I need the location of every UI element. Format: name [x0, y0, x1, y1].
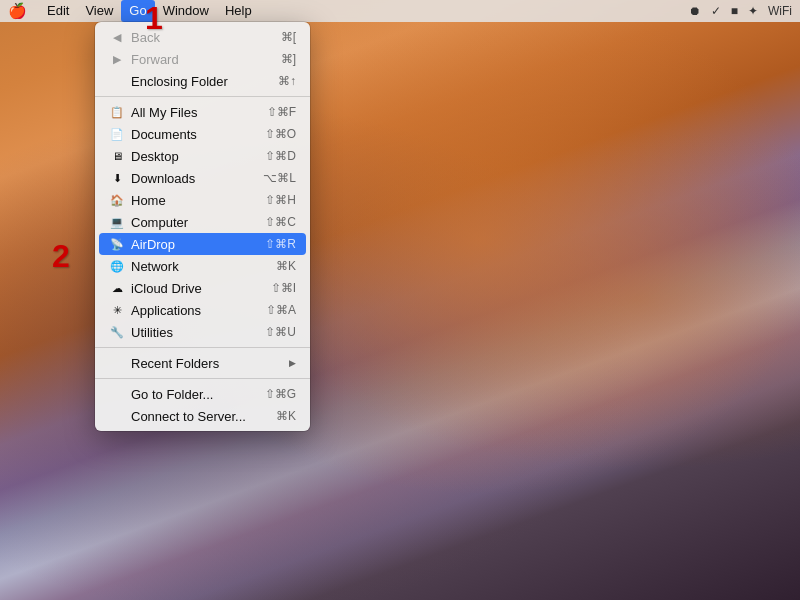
network-icon: 🌐: [109, 258, 125, 274]
record-icon: ⏺: [689, 4, 701, 18]
connect-server-shortcut: ⌘K: [276, 409, 296, 423]
airdrop-shortcut: ⇧⌘R: [265, 237, 296, 251]
annotation-1: 1: [145, 0, 163, 37]
menu-item-forward[interactable]: ▶ Forward ⌘]: [95, 48, 310, 70]
all-my-files-label: All My Files: [131, 105, 267, 120]
menu-item-icloud[interactable]: ☁ iCloud Drive ⇧⌘I: [95, 277, 310, 299]
menu-item-enclosing[interactable]: Enclosing Folder ⌘↑: [95, 70, 310, 92]
menu-item-home[interactable]: 🏠 Home ⇧⌘H: [95, 189, 310, 211]
menu-item-all-my-files[interactable]: 📋 All My Files ⇧⌘F: [95, 101, 310, 123]
desktop-label: Desktop: [131, 149, 265, 164]
menu-edit[interactable]: Edit: [39, 0, 77, 22]
utilities-shortcut: ⇧⌘U: [265, 325, 296, 339]
menu-item-utilities[interactable]: 🔧 Utilities ⇧⌘U: [95, 321, 310, 343]
menu-window[interactable]: Window: [155, 0, 217, 22]
menu-item-network[interactable]: 🌐 Network ⌘K: [95, 255, 310, 277]
separator-2: [95, 347, 310, 348]
airdrop-icon: 📡: [109, 236, 125, 252]
home-shortcut: ⇧⌘H: [265, 193, 296, 207]
forward-shortcut: ⌘]: [281, 52, 296, 66]
menu-help[interactable]: Help: [217, 0, 260, 22]
go-to-folder-shortcut: ⇧⌘G: [265, 387, 296, 401]
enclosing-shortcut: ⌘↑: [278, 74, 296, 88]
enclosing-label: Enclosing Folder: [131, 74, 278, 89]
desktop-shortcut: ⇧⌘D: [265, 149, 296, 163]
app-icon: ■: [731, 4, 738, 18]
applications-icon: ✳: [109, 302, 125, 318]
menu-item-connect-server[interactable]: Connect to Server... ⌘K: [95, 405, 310, 427]
menu-item-downloads[interactable]: ⬇ Downloads ⌥⌘L: [95, 167, 310, 189]
bluetooth-icon: ✦: [748, 4, 758, 18]
menu-item-computer[interactable]: 💻 Computer ⇧⌘C: [95, 211, 310, 233]
downloads-shortcut: ⌥⌘L: [263, 171, 296, 185]
network-label: Network: [131, 259, 276, 274]
annotation-2: 2: [52, 238, 70, 275]
forward-icon: ▶: [109, 51, 125, 67]
downloads-icon: ⬇: [109, 170, 125, 186]
documents-shortcut: ⇧⌘O: [265, 127, 296, 141]
applications-shortcut: ⇧⌘A: [266, 303, 296, 317]
menu-item-airdrop[interactable]: 📡 AirDrop ⇧⌘R: [99, 233, 306, 255]
menu-item-desktop[interactable]: 🖥 Desktop ⇧⌘D: [95, 145, 310, 167]
computer-label: Computer: [131, 215, 265, 230]
enclosing-icon: [109, 73, 125, 89]
recent-folders-label: Recent Folders: [131, 356, 289, 371]
go-to-folder-icon: [109, 386, 125, 402]
recent-folders-icon: [109, 355, 125, 371]
separator-1: [95, 96, 310, 97]
connect-server-label: Connect to Server...: [131, 409, 276, 424]
menu-bar: 🍎 Edit View Go Window Help ⏺ ✓ ■ ✦ WiFi: [0, 0, 800, 22]
go-dropdown-menu: ◀ Back ⌘[ ▶ Forward ⌘] Enclosing Folder …: [95, 22, 310, 431]
go-to-folder-label: Go to Folder...: [131, 387, 265, 402]
all-my-files-icon: 📋: [109, 104, 125, 120]
menu-item-documents[interactable]: 📄 Documents ⇧⌘O: [95, 123, 310, 145]
menu-item-back[interactable]: ◀ Back ⌘[: [95, 26, 310, 48]
desktop-icon: 🖥: [109, 148, 125, 164]
downloads-label: Downloads: [131, 171, 263, 186]
separator-3: [95, 378, 310, 379]
all-my-files-shortcut: ⇧⌘F: [267, 105, 296, 119]
documents-icon: 📄: [109, 126, 125, 142]
apple-menu-icon[interactable]: 🍎: [8, 2, 27, 20]
network-shortcut: ⌘K: [276, 259, 296, 273]
menu-item-recent-folders[interactable]: Recent Folders: [95, 352, 310, 374]
menu-item-go-to-folder[interactable]: Go to Folder... ⇧⌘G: [95, 383, 310, 405]
check-icon: ✓: [711, 4, 721, 18]
icloud-icon: ☁: [109, 280, 125, 296]
icloud-label: iCloud Drive: [131, 281, 271, 296]
back-shortcut: ⌘[: [281, 30, 296, 44]
documents-label: Documents: [131, 127, 265, 142]
menu-item-applications[interactable]: ✳ Applications ⇧⌘A: [95, 299, 310, 321]
back-icon: ◀: [109, 29, 125, 45]
computer-shortcut: ⇧⌘C: [265, 215, 296, 229]
menu-view[interactable]: View: [77, 0, 121, 22]
home-label: Home: [131, 193, 265, 208]
applications-label: Applications: [131, 303, 266, 318]
forward-label: Forward: [131, 52, 281, 67]
icloud-shortcut: ⇧⌘I: [271, 281, 296, 295]
home-icon: 🏠: [109, 192, 125, 208]
utilities-icon: 🔧: [109, 324, 125, 340]
menu-bar-right: ⏺ ✓ ■ ✦ WiFi: [689, 4, 792, 18]
wifi-icon: WiFi: [768, 4, 792, 18]
airdrop-label: AirDrop: [131, 237, 265, 252]
computer-icon: 💻: [109, 214, 125, 230]
utilities-label: Utilities: [131, 325, 265, 340]
connect-server-icon: [109, 408, 125, 424]
